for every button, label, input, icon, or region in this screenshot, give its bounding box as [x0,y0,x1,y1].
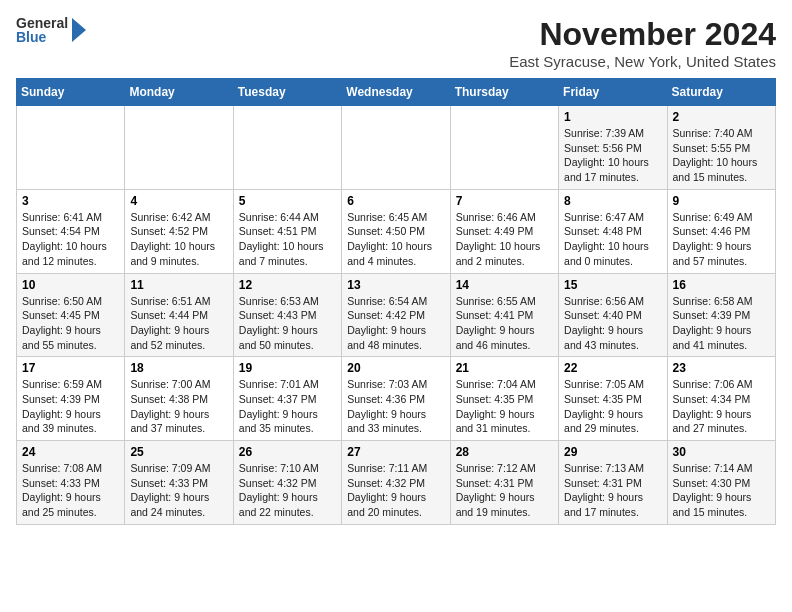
day-info: Sunrise: 6:54 AMSunset: 4:42 PMDaylight:… [347,294,444,353]
day-number: 27 [347,445,444,459]
day-info: Sunrise: 6:59 AMSunset: 4:39 PMDaylight:… [22,377,119,436]
day-info: Sunrise: 6:41 AMSunset: 4:54 PMDaylight:… [22,210,119,269]
day-info: Sunrise: 7:03 AMSunset: 4:36 PMDaylight:… [347,377,444,436]
day-number: 12 [239,278,336,292]
calendar-week-row: 17Sunrise: 6:59 AMSunset: 4:39 PMDayligh… [17,357,776,441]
calendar-cell: 10Sunrise: 6:50 AMSunset: 4:45 PMDayligh… [17,273,125,357]
day-info: Sunrise: 7:09 AMSunset: 4:33 PMDaylight:… [130,461,227,520]
calendar-cell: 14Sunrise: 6:55 AMSunset: 4:41 PMDayligh… [450,273,558,357]
logo-line1: General [16,16,68,30]
day-info: Sunrise: 6:50 AMSunset: 4:45 PMDaylight:… [22,294,119,353]
day-info: Sunrise: 7:13 AMSunset: 4:31 PMDaylight:… [564,461,661,520]
day-number: 22 [564,361,661,375]
calendar-cell: 20Sunrise: 7:03 AMSunset: 4:36 PMDayligh… [342,357,450,441]
day-info: Sunrise: 7:00 AMSunset: 4:38 PMDaylight:… [130,377,227,436]
calendar-cell [342,106,450,190]
weekday-header: Tuesday [233,79,341,106]
calendar-cell: 16Sunrise: 6:58 AMSunset: 4:39 PMDayligh… [667,273,775,357]
calendar-cell: 19Sunrise: 7:01 AMSunset: 4:37 PMDayligh… [233,357,341,441]
day-number: 24 [22,445,119,459]
calendar-cell: 2Sunrise: 7:40 AMSunset: 5:55 PMDaylight… [667,106,775,190]
day-number: 19 [239,361,336,375]
day-number: 2 [673,110,770,124]
calendar-week-row: 1Sunrise: 7:39 AMSunset: 5:56 PMDaylight… [17,106,776,190]
day-number: 11 [130,278,227,292]
day-info: Sunrise: 7:12 AMSunset: 4:31 PMDaylight:… [456,461,553,520]
calendar-cell: 23Sunrise: 7:06 AMSunset: 4:34 PMDayligh… [667,357,775,441]
calendar-cell: 11Sunrise: 6:51 AMSunset: 4:44 PMDayligh… [125,273,233,357]
day-number: 30 [673,445,770,459]
calendar-cell: 8Sunrise: 6:47 AMSunset: 4:48 PMDaylight… [559,189,667,273]
page-title: November 2024 [509,16,776,53]
day-info: Sunrise: 6:47 AMSunset: 4:48 PMDaylight:… [564,210,661,269]
calendar-cell [233,106,341,190]
calendar-table: SundayMondayTuesdayWednesdayThursdayFrid… [16,78,776,525]
day-number: 1 [564,110,661,124]
day-number: 6 [347,194,444,208]
calendar-cell: 12Sunrise: 6:53 AMSunset: 4:43 PMDayligh… [233,273,341,357]
day-number: 28 [456,445,553,459]
calendar-cell [125,106,233,190]
day-number: 21 [456,361,553,375]
day-number: 14 [456,278,553,292]
day-info: Sunrise: 7:06 AMSunset: 4:34 PMDaylight:… [673,377,770,436]
day-info: Sunrise: 6:58 AMSunset: 4:39 PMDaylight:… [673,294,770,353]
calendar-cell: 21Sunrise: 7:04 AMSunset: 4:35 PMDayligh… [450,357,558,441]
day-info: Sunrise: 6:55 AMSunset: 4:41 PMDaylight:… [456,294,553,353]
day-number: 29 [564,445,661,459]
day-info: Sunrise: 7:04 AMSunset: 4:35 PMDaylight:… [456,377,553,436]
calendar-cell: 17Sunrise: 6:59 AMSunset: 4:39 PMDayligh… [17,357,125,441]
calendar-week-row: 10Sunrise: 6:50 AMSunset: 4:45 PMDayligh… [17,273,776,357]
calendar-cell: 7Sunrise: 6:46 AMSunset: 4:49 PMDaylight… [450,189,558,273]
day-number: 23 [673,361,770,375]
day-info: Sunrise: 6:44 AMSunset: 4:51 PMDaylight:… [239,210,336,269]
calendar-cell: 30Sunrise: 7:14 AMSunset: 4:30 PMDayligh… [667,441,775,525]
title-area: November 2024 East Syracuse, New York, U… [509,16,776,70]
day-info: Sunrise: 6:45 AMSunset: 4:50 PMDaylight:… [347,210,444,269]
calendar-cell: 28Sunrise: 7:12 AMSunset: 4:31 PMDayligh… [450,441,558,525]
calendar-cell: 1Sunrise: 7:39 AMSunset: 5:56 PMDaylight… [559,106,667,190]
calendar-cell: 18Sunrise: 7:00 AMSunset: 4:38 PMDayligh… [125,357,233,441]
day-info: Sunrise: 6:42 AMSunset: 4:52 PMDaylight:… [130,210,227,269]
day-number: 8 [564,194,661,208]
calendar-cell: 3Sunrise: 6:41 AMSunset: 4:54 PMDaylight… [17,189,125,273]
weekday-header: Thursday [450,79,558,106]
day-number: 15 [564,278,661,292]
weekday-header: Wednesday [342,79,450,106]
calendar-cell: 4Sunrise: 6:42 AMSunset: 4:52 PMDaylight… [125,189,233,273]
day-info: Sunrise: 7:08 AMSunset: 4:33 PMDaylight:… [22,461,119,520]
calendar-cell: 15Sunrise: 6:56 AMSunset: 4:40 PMDayligh… [559,273,667,357]
calendar-cell: 26Sunrise: 7:10 AMSunset: 4:32 PMDayligh… [233,441,341,525]
day-info: Sunrise: 7:40 AMSunset: 5:55 PMDaylight:… [673,126,770,185]
day-info: Sunrise: 7:11 AMSunset: 4:32 PMDaylight:… [347,461,444,520]
calendar-cell: 22Sunrise: 7:05 AMSunset: 4:35 PMDayligh… [559,357,667,441]
weekday-header: Friday [559,79,667,106]
day-info: Sunrise: 6:51 AMSunset: 4:44 PMDaylight:… [130,294,227,353]
logo: General Blue [16,16,88,44]
day-number: 7 [456,194,553,208]
calendar-cell: 29Sunrise: 7:13 AMSunset: 4:31 PMDayligh… [559,441,667,525]
weekday-header: Monday [125,79,233,106]
day-number: 25 [130,445,227,459]
day-info: Sunrise: 7:05 AMSunset: 4:35 PMDaylight:… [564,377,661,436]
day-number: 20 [347,361,444,375]
day-number: 10 [22,278,119,292]
day-number: 5 [239,194,336,208]
day-number: 4 [130,194,227,208]
day-info: Sunrise: 6:46 AMSunset: 4:49 PMDaylight:… [456,210,553,269]
calendar-cell: 9Sunrise: 6:49 AMSunset: 4:46 PMDaylight… [667,189,775,273]
day-number: 3 [22,194,119,208]
weekday-header: Saturday [667,79,775,106]
calendar-cell: 24Sunrise: 7:08 AMSunset: 4:33 PMDayligh… [17,441,125,525]
day-info: Sunrise: 7:39 AMSunset: 5:56 PMDaylight:… [564,126,661,185]
day-info: Sunrise: 7:01 AMSunset: 4:37 PMDaylight:… [239,377,336,436]
day-info: Sunrise: 7:14 AMSunset: 4:30 PMDaylight:… [673,461,770,520]
day-number: 16 [673,278,770,292]
day-number: 18 [130,361,227,375]
calendar-cell: 25Sunrise: 7:09 AMSunset: 4:33 PMDayligh… [125,441,233,525]
calendar-header-row: SundayMondayTuesdayWednesdayThursdayFrid… [17,79,776,106]
day-number: 13 [347,278,444,292]
day-number: 17 [22,361,119,375]
calendar-cell: 6Sunrise: 6:45 AMSunset: 4:50 PMDaylight… [342,189,450,273]
calendar-cell [450,106,558,190]
